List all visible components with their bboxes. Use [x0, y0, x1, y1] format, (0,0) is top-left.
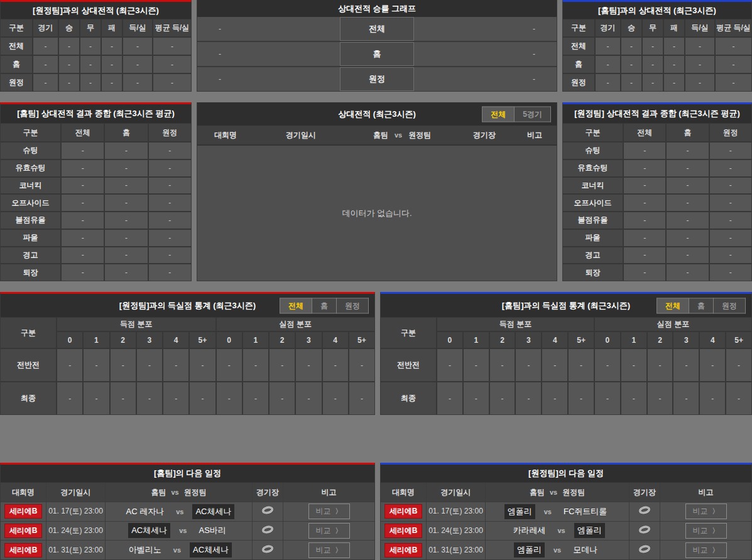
- stat-value: -: [700, 349, 725, 381]
- stadium-icon[interactable]: [638, 544, 651, 556]
- stat-value: -: [542, 349, 567, 381]
- compare-button[interactable]: 비교 〉: [308, 503, 350, 519]
- chevron-right-icon: 〉: [335, 546, 342, 555]
- stadium-icon[interactable]: [261, 525, 274, 537]
- col-stadium: 경기장: [456, 126, 513, 144]
- away-h2h-table: 구분경기승무패득/실평균 득/실 전체 ------ 홈 ------: [1, 19, 191, 91]
- tab-filter[interactable]: 전체: [280, 298, 312, 313]
- away-goal-stats-tabs: 전체홈원정: [280, 298, 369, 313]
- away-goal-stats-table: 구분 득점 분포 실점 분포 012345+ 012345+ 전반전 -----…: [1, 317, 374, 414]
- match-datetime: 01. 24(토) 23:00: [427, 522, 485, 541]
- stat-value: -: [595, 382, 620, 414]
- tab-filter[interactable]: 5경기: [515, 106, 551, 122]
- home-goal-stats-title-text: [홈팀]과의 득실점 통계 (최근3시즌): [502, 300, 630, 311]
- row-label: 홈: [563, 56, 594, 73]
- col-match: 홈팀 vs 원정팀: [348, 126, 456, 144]
- compare-button[interactable]: 비교 〉: [308, 542, 350, 558]
- stat-value: -: [105, 264, 147, 281]
- stat-value: -: [624, 212, 665, 229]
- tab-filter[interactable]: 홈: [312, 298, 337, 313]
- chevron-right-icon: 〉: [712, 507, 719, 516]
- match-datetime: 01. 17(토) 23:00: [46, 502, 105, 521]
- stat-value: -: [62, 160, 104, 176]
- stat-value: -: [62, 195, 104, 211]
- scored-group-header: 득점 분포: [57, 318, 215, 331]
- stadium-icon[interactable]: [638, 505, 651, 517]
- col-league: 대회명: [197, 126, 254, 144]
- score-column-header: 2: [648, 332, 673, 348]
- stat-value: -: [464, 382, 489, 414]
- winrate-row: - 전체 -: [197, 17, 557, 42]
- stat-value: -: [516, 349, 541, 381]
- row-summary-and-list: [홈팀] 상대전적 결과 종합 (최근3시즌 평균) 구분전체홈원정 슈팅 --…: [0, 102, 752, 281]
- col-match: 홈팀 vs 원정팀: [486, 483, 629, 502]
- stat-value: -: [667, 143, 708, 159]
- stadium-icon[interactable]: [261, 505, 274, 517]
- score-column-header: 0: [217, 332, 242, 348]
- league-cell: 세리에B: [1, 502, 46, 521]
- tab-filter[interactable]: 원정: [337, 298, 369, 313]
- compare-button-label: 비교: [693, 545, 708, 556]
- score-column-header: 1: [243, 332, 268, 348]
- stat-value: -: [80, 56, 101, 73]
- score-column-header: 3: [516, 332, 541, 348]
- compare-button-label: 비교: [693, 506, 708, 517]
- compare-button[interactable]: 비교 〉: [685, 542, 727, 558]
- column-header: 패: [664, 19, 684, 36]
- column-header: 경기: [596, 19, 620, 36]
- stat-value: -: [710, 143, 751, 159]
- stadium-icon[interactable]: [638, 525, 651, 537]
- home-summary-title: [홈팀] 상대전적 결과 종합 (최근3시즌 평균): [1, 104, 191, 123]
- row-goal-stats: [원정팀]과의 득실점 통계 (최근3시즌) 전체홈원정 구분 득점 분포 실점…: [0, 292, 752, 415]
- stat-value: -: [596, 56, 620, 73]
- row-label: 코너킥: [1, 178, 60, 194]
- panel-home-goal-stats: [홈팀]과의 득실점 통계 (최근3시즌) 전체홈원정 구분 득점 분포 실점 …: [380, 292, 752, 415]
- matchup-stats-page: [원정팀]과의 상대전적 (최근3시즌) 구분경기승무패득/실평균 득/실 전체…: [0, 0, 752, 560]
- stat-value: -: [80, 38, 101, 55]
- score-column-header: 5+: [349, 332, 374, 348]
- row-label: 파울: [1, 230, 60, 246]
- column-header: 구분: [1, 124, 60, 141]
- column-header: 득/실: [685, 19, 714, 36]
- panel-away-h2h: [원정팀]과의 상대전적 (최근3시즌) 구분경기승무패득/실평균 득/실 전체…: [0, 0, 192, 92]
- stat-value: -: [102, 38, 122, 55]
- stat-value: -: [349, 382, 374, 414]
- stat-value: -: [33, 38, 58, 55]
- compare-button[interactable]: 비교 〉: [308, 523, 350, 539]
- away-team-name: AS바리: [195, 523, 229, 538]
- panel-home-h2h-title: [홈팀]과의 상대전적 (최근3시즌): [563, 2, 751, 19]
- row-head-to-head: [원정팀]과의 상대전적 (최근3시즌) 구분경기승무패득/실평균 득/실 전체…: [0, 0, 752, 92]
- stat-value: -: [59, 56, 79, 73]
- panel-away-summary: [원정팀] 상대전적 결과 종합 (최근3시즌 평균) 구분전체홈원정 슈팅 -…: [562, 102, 752, 281]
- stat-value: -: [123, 74, 152, 91]
- home-team-name: AC체세나: [128, 523, 170, 538]
- away-team-name: AC체세나: [192, 504, 234, 519]
- compare-button[interactable]: 비교 〉: [685, 503, 727, 519]
- note-cell: 비교 〉: [660, 522, 751, 541]
- tab-filter[interactable]: 홈: [689, 298, 714, 313]
- tab-filter[interactable]: 원정: [714, 298, 746, 313]
- col-note: 비고: [283, 483, 374, 502]
- row-label: 전반전: [1, 349, 56, 381]
- stat-value: -: [667, 264, 708, 281]
- row-label: 퇴장: [563, 264, 623, 281]
- tab-filter[interactable]: 전체: [482, 106, 515, 122]
- score-column-header: 3: [296, 332, 321, 348]
- stat-value: -: [153, 38, 191, 55]
- stat-value: -: [217, 349, 242, 381]
- stadium-icon[interactable]: [261, 544, 274, 556]
- h2h-list-tabs: 전체5경기: [482, 106, 551, 122]
- home-team-name: 카라레세: [510, 523, 548, 538]
- home-schedule-title: [홈팀]의 다음 일정: [1, 465, 374, 482]
- score-column-header: 1: [84, 332, 109, 348]
- stat-value: -: [270, 349, 295, 381]
- stadium-cell: [253, 541, 283, 559]
- conceded-group-header: 실점 분포: [217, 318, 375, 331]
- compare-button[interactable]: 비교 〉: [685, 523, 727, 539]
- scored-group-header: 득점 분포: [437, 318, 594, 331]
- tab-filter[interactable]: 전체: [657, 298, 689, 313]
- stat-value: -: [62, 230, 104, 246]
- stat-value: -: [648, 349, 673, 381]
- away-goal-stats-title-text: [원정팀]과의 득실점 통계 (최근3시즌): [119, 300, 256, 311]
- home-goal-stats-tabs: 전체홈원정: [657, 298, 746, 313]
